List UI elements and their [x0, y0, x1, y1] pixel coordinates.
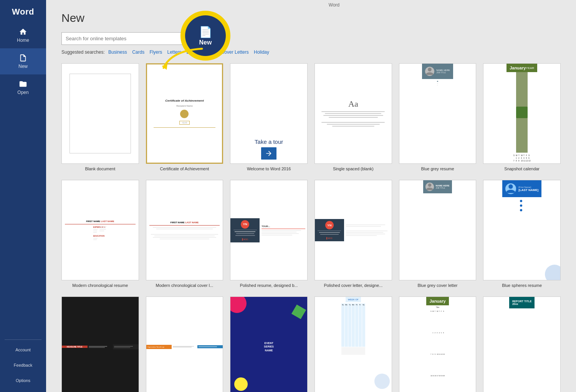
- suggested-letters[interactable]: Letters: [167, 49, 182, 55]
- template-banner-cal[interactable]: January Title SMTWTFS 123456 78910111213…: [399, 296, 477, 392]
- suggested-flyers[interactable]: Flyers: [150, 49, 162, 55]
- sidebar-item-new[interactable]: New: [0, 48, 46, 74]
- bgresume-cols: [437, 91, 438, 106]
- day-s: S: [513, 154, 516, 156]
- thumb-jan-cal: January YEAR SMTWTFS 123456 78910111213: [483, 63, 561, 164]
- line5: [321, 122, 385, 123]
- bsa-header: WEEK OF: [346, 297, 361, 302]
- search-input[interactable]: [62, 33, 193, 44]
- home-icon: [19, 28, 27, 36]
- prr2: [262, 232, 296, 232]
- bc-sa: S: [443, 310, 445, 331]
- template-mod-cover[interactable]: FIRST NAME LAST NAME Modern chronologica…: [146, 180, 223, 288]
- suggested-education[interactable]: Education: [187, 49, 207, 55]
- sidebar-item-account[interactable]: Account: [0, 342, 46, 357]
- line4: [329, 117, 378, 118]
- line2: [325, 113, 381, 114]
- template-bgresume[interactable]: NAME HERE JOB TITLE: [399, 63, 477, 171]
- pcr6: [346, 235, 377, 236]
- pr-left: YN ▌MOO: [230, 218, 260, 242]
- blank-inner: [70, 74, 131, 153]
- et2: [173, 347, 191, 348]
- bsa-week: WEEK OF: [348, 298, 359, 301]
- mod-name: FIRST NAME LAST NAME: [86, 220, 114, 222]
- bc-f: F: [441, 310, 442, 331]
- vivid-circle2: [234, 377, 248, 391]
- prr1: [262, 230, 301, 231]
- template-bs-appt[interactable]: WEEK OF Su Mo Tu We Th Fr Sa Blue sphere…: [314, 296, 392, 392]
- mod-edu: EDUCATION: [93, 235, 98, 237]
- thumb-banner-cal: January Title SMTWTFS 123456 78910111213…: [399, 296, 477, 392]
- template-jan-cal[interactable]: January YEAR SMTWTFS 123456 78910111213 …: [483, 63, 561, 171]
- prl2: [236, 233, 255, 234]
- bsa-fri: Fr: [359, 303, 362, 347]
- suggested-business[interactable]: Business: [108, 49, 127, 55]
- pc-avatar: YN: [325, 221, 334, 229]
- open-folder-icon: [19, 80, 27, 88]
- bc-t: T: [435, 310, 436, 331]
- search-button[interactable]: [193, 33, 207, 44]
- template-vivid[interactable]: EVENTSERIESNAME Vivid shapes event broch…: [230, 296, 308, 392]
- sidebar-item-feedback[interactable]: Feedback: [0, 357, 46, 373]
- mod-right: [99, 226, 107, 240]
- bsa-wed: We: [352, 303, 355, 347]
- tour-bar: [261, 147, 276, 160]
- template-polished-cover[interactable]: YN ▌MOO Polished cover letter, designe..: [314, 180, 392, 288]
- template-blank[interactable]: Blank document: [61, 63, 139, 171]
- edu-orange: Organization Name/Logo: [146, 345, 172, 349]
- template-jan-label: Snapshot calendar: [504, 166, 540, 171]
- template-tour[interactable]: Take a tour Welcome to Word 2016: [230, 63, 308, 171]
- vivid-square: [291, 305, 306, 319]
- sidebar-new-label: New: [18, 64, 28, 69]
- mc-lastname: LAST NAME: [185, 221, 199, 224]
- suggested-holiday[interactable]: Holiday: [254, 49, 269, 55]
- sidebar-item-home[interactable]: Home: [0, 22, 46, 48]
- mc3: [151, 234, 218, 235]
- rest-dark2: [113, 344, 139, 349]
- sidebar-bottom: Account Feedback Options: [0, 342, 46, 392]
- bc-s: S: [430, 310, 432, 331]
- line6: [327, 124, 380, 125]
- template-mod-cover-label: Modern chronological cover l...: [156, 283, 214, 288]
- pc-right: [344, 222, 392, 238]
- banner-sub: Title: [434, 305, 442, 309]
- template-single[interactable]: Aa Single spaced (blank): [314, 63, 392, 171]
- suggested-cover-letters[interactable]: and Cover Letters: [212, 49, 248, 55]
- sidebar-item-open[interactable]: Open: [0, 74, 46, 100]
- thumb-edu: Organization Name/Logo: [146, 296, 223, 392]
- pr-moo: ▌MOO: [242, 238, 248, 240]
- vivid-text: EVENTSERIESNAME: [264, 341, 274, 352]
- edu-panel2: [172, 345, 197, 349]
- mr1: [99, 226, 106, 227]
- template-polished-resume[interactable]: YN ▌MOO TOUR... Polished resume, designe…: [230, 180, 308, 288]
- template-polished-resume-label: Polished resume, designed b...: [240, 283, 298, 288]
- template-mod-resume[interactable]: FIRST NAME LAST NAME EXPERIENCE EDUCATIO…: [61, 180, 139, 288]
- line7: [332, 126, 374, 127]
- rd2: [89, 347, 105, 348]
- bgc-body: [435, 193, 440, 280]
- suggested-cards[interactable]: Cards: [132, 49, 144, 55]
- sidebar-home-label: Home: [17, 38, 29, 43]
- mod-cols: EXPERIENCE EDUCATION: [93, 226, 107, 240]
- bsr-header: [First Name] [LAST NAME]: [502, 180, 541, 197]
- m2: [93, 231, 97, 231]
- template-rest[interactable]: HEADLINE TITLE: [61, 296, 139, 392]
- template-bg-cover[interactable]: NAME HERE JOB TITLE Blue grey cover lett…: [399, 180, 477, 288]
- template-bs-resume[interactable]: [First Name] [LAST NAME]: [483, 180, 561, 288]
- template-certificate[interactable]: Certificate of Achievement Recipient Nam…: [146, 63, 223, 171]
- cert-seal: [180, 110, 189, 118]
- bgresume-header: NAME HERE JOB TITLE: [422, 64, 453, 79]
- pcl2: [320, 234, 339, 235]
- sidebar-item-options[interactable]: Options: [0, 373, 46, 388]
- bgc-avatar: [425, 183, 434, 191]
- thumb-vivid: EVENTSERIESNAME: [230, 296, 308, 392]
- d3: [520, 209, 522, 211]
- thumb-cert: Certificate of Achievement Recipient Nam…: [146, 63, 223, 164]
- pcr3: [346, 231, 387, 231]
- bc-m: M: [432, 310, 434, 331]
- rd3: [114, 346, 132, 347]
- template-report[interactable]: REPORT TITLE20xx Report: [483, 296, 561, 392]
- template-edu[interactable]: Organization Name/Logo: [146, 296, 223, 392]
- aa-text: Aa: [348, 99, 358, 109]
- pr-avatar: YN: [241, 220, 249, 229]
